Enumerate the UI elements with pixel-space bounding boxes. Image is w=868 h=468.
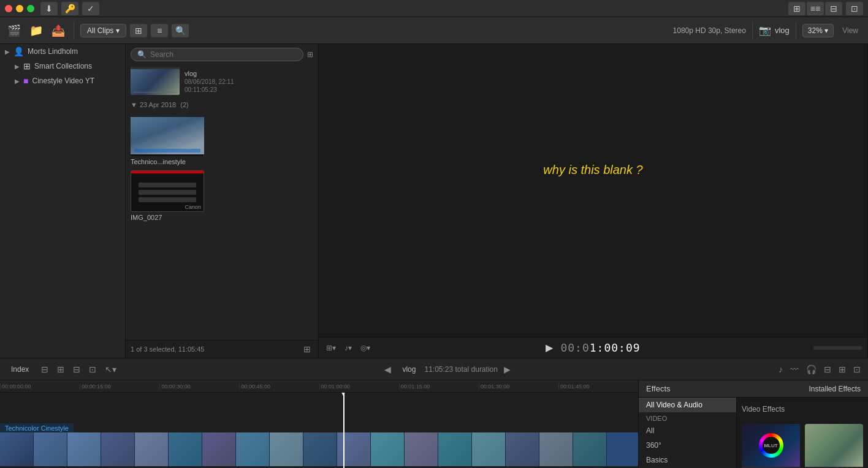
list-view-icon[interactable]: ≡≡ [807,2,824,15]
minimize-button[interactable] [16,5,23,12]
titlebar-right: ⊞ ≡≡ ⊟ ⊡ [788,2,863,15]
timeline-tracks-container: 00:00:00:00 00:00:15:00 00:00:30:00 00:0… [0,380,638,468]
share-icon[interactable]: 📤 [49,21,67,40]
list-item[interactable]: Technico...inestyle [126,112,318,168]
titlebar: ⬇ 🔑 ✓ ⊞ ≡≡ ⊟ ⊡ [0,0,868,17]
video-info: 1080p HD 30p, Stereo [673,26,746,35]
ruler-mark-4: 00:01:00:00 [319,383,399,390]
browser-layout-icon[interactable]: ⊞ [307,50,313,59]
folder-icon[interactable]: 📁 [27,21,45,40]
tl-nav-right[interactable]: ▶ [501,363,513,376]
play-button[interactable]: ▶ [546,342,553,353]
effect-card-mlut[interactable]: MLUT mLut by motionVFX [742,424,800,468]
download-icon[interactable]: ⬇ [40,2,58,15]
effects-cat-360[interactable]: 360° [639,438,736,453]
main-content: ▶ 👤 Morts Lindholm ▶ ⊞ Smart Collections… [0,44,868,358]
index-tab[interactable]: Index [5,361,35,377]
clip-info-1: vlog 08/06/2018, 22:11 00:11:05:23 [185,67,234,95]
date-group-header[interactable]: ▼ 23 Apr 2018 (2) [126,97,318,112]
filmstrip-frame-15 [472,432,506,466]
browser-status-text: 1 of 3 selected, 11:05:45 [131,345,204,353]
video-effects-header: Video Effects [742,402,863,419]
view-button[interactable]: View [837,24,863,37]
list-item[interactable]: Canon IMG_0027 [126,168,318,224]
timecode: 00:01:00:09 [560,341,640,354]
browser-controls: ⊞ [301,343,313,355]
user-label: Morts Lindholm [28,47,78,56]
zoom-in-btn[interactable]: ⊞ [55,363,67,376]
select-btn[interactable]: ↖▾ [102,363,119,376]
user-icon: 👤 [13,47,24,56]
index-label: Index [11,365,29,374]
effects-panel: Effects Installed Effects All Video & Au… [638,380,868,468]
timeline-ruler: 00:00:00:00 00:00:15:00 00:00:30:00 00:0… [0,380,638,393]
clip-appearance-btn[interactable]: ⊟ [39,363,51,376]
close-button[interactable] [5,5,12,12]
effects-cat-all[interactable]: All [639,423,736,438]
tl-headphone-btn[interactable]: 🎧 [804,363,819,376]
clip-name-2: Technico...inestyle [131,158,313,165]
main-toolbar: 🎬 📁 📤 All Clips ▾ ⊞ ≡ 🔍 1080p HD 30p, St… [0,17,868,44]
settings-icon[interactable]: ⊟ [825,2,842,15]
effect-card-50stv[interactable]: 50s TV [805,424,863,468]
clip-date-1: 08/06/2018, 22:11 [185,78,234,85]
timecode-main: 1:00:09 [590,341,641,354]
sidebar: ▶ 👤 Morts Lindholm ▶ ⊞ Smart Collections… [0,44,126,358]
tl-duration: 11:05:23 total duration [424,365,497,374]
playhead[interactable] [343,393,345,468]
date-group-count: (2) [178,101,189,108]
viewer: why is this blank ? ⊞▾ ♪▾ ◎▾ ▶ 00:01:00:… [319,44,868,358]
view-label: View [842,26,858,35]
zoom-label: 32% [808,26,823,35]
camera-icon: 📷 [759,25,771,36]
ruler-marks: 00:00:00:00 00:00:15:00 00:00:30:00 00:0… [0,383,638,390]
mlut-inner: MLUT [763,437,780,454]
viewer-effects-btn[interactable]: ◎▾ [358,342,373,353]
smart-collections-label: Smart Collections [34,62,92,70]
zoom-button[interactable]: 32% ▾ [802,24,834,37]
clip-name-1: vlog [185,70,234,77]
list-item[interactable]: vlog 08/06/2018, 22:11 00:11:05:23 [126,65,318,97]
tl-waveform-btn[interactable]: 〰 [788,363,801,376]
grid-view-icon[interactable]: ⊞ [788,2,805,15]
key-icon[interactable]: 🔑 [61,2,78,15]
search-icon[interactable]: 🔍 [172,24,189,37]
fullscreen-button[interactable] [27,5,34,12]
expand-icon[interactable]: ⊡ [846,2,863,15]
sidebar-item-cinestyle[interactable]: ▶ ■ Cinestyle Video YT [0,74,125,88]
effects-cat-all-video-audio[interactable]: All Video & Audio [639,398,736,412]
tl-split-btn[interactable]: ⊟ [821,363,834,376]
grid-toggle-icon[interactable]: ⊞ [130,24,147,37]
divider-2 [752,22,753,39]
divider-1 [74,22,74,39]
all-clips-label: All Clips [87,26,113,35]
effects-cat-basics[interactable]: Basics [639,453,736,467]
divider-3 [796,22,796,39]
tl-nav-left[interactable]: ◀ [382,363,394,376]
sidebar-item-smart-collections[interactable]: ▶ ⊞ Smart Collections [0,59,125,74]
zoom-out-btn[interactable]: ⊟ [70,363,83,376]
event-icon: ■ [23,76,28,86]
search-box[interactable]: 🔍 [131,48,303,61]
film-icon[interactable]: 🎬 [5,21,23,40]
list-toggle-icon[interactable]: ≡ [151,24,168,37]
effects-cat-video-section: VIDEO [639,412,736,423]
clip-filmstrip[interactable] [0,432,638,466]
expand-arrow: ▶ [5,48,10,55]
filmstrip-frame-16 [506,432,539,466]
smart-collections-icon: ⊞ [23,61,31,71]
tl-export-btn[interactable]: ⊡ [851,363,863,376]
ruler-mark-1: 00:00:15:00 [80,383,159,390]
all-clips-button[interactable]: All Clips ▾ [80,24,126,37]
sidebar-item-user[interactable]: ▶ 👤 Morts Lindholm [0,44,125,59]
viewer-transform-btn[interactable]: ⊞▾ [324,342,338,353]
browser-view-button[interactable]: ⊞ [301,343,313,355]
timeline-area: Index ⊟ ⊞ ⊟ ⊡ ↖▾ ◀ vlog 11:05:23 total d… [0,358,868,468]
tl-layout-btn[interactable]: ⊞ [836,363,848,376]
search-input[interactable] [150,50,297,59]
trim-btn[interactable]: ⊡ [86,363,99,376]
tl-audio-btn[interactable]: ♪ [776,363,785,376]
check-icon[interactable]: ✓ [82,2,99,15]
effects-title: Effects [646,384,671,393]
viewer-audio-btn[interactable]: ♪▾ [342,342,354,353]
